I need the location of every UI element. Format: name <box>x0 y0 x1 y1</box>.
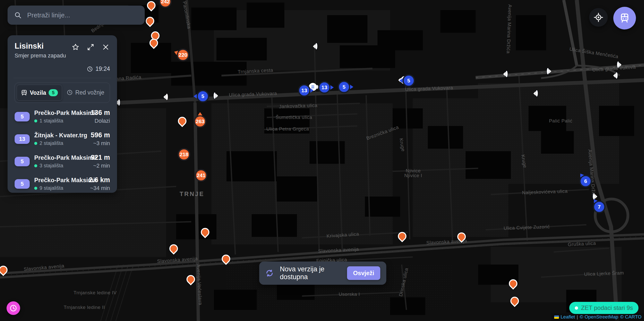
tram-marker-13[interactable]: 13 <box>318 81 331 94</box>
route-name: Prečko-Park Maksimir <box>34 177 84 184</box>
vehicle-row[interactable]: 13 Žitnjak - Kvater.trg 2 stajališta 596… <box>15 131 110 147</box>
street-label: TRNJE <box>180 190 205 198</box>
status-dot <box>34 187 37 190</box>
leaflet-link[interactable]: Leaflet <box>561 314 575 320</box>
stops-count: 9 stajališta <box>40 185 63 191</box>
app-root: { "search": { "placeholder": "Pretraži l… <box>0 0 644 321</box>
tab-red-voznje-label: Red vožnje <box>75 89 104 96</box>
distance: 596 m <box>91 131 110 139</box>
distance: 921 m <box>91 154 110 162</box>
eta: ~34 min <box>89 185 110 191</box>
vehicle-count-badge: 5 <box>49 89 58 96</box>
line-badge: 5 <box>15 112 30 121</box>
line-badge: 5 <box>15 157 30 166</box>
street-label: Trnjanske ledine IV <box>73 290 117 296</box>
bus-marker-218[interactable]: 218 <box>178 148 190 161</box>
tab-vozila-label: Vozila <box>30 89 46 96</box>
route-name: Prečko-Park Maksimir <box>34 109 86 116</box>
vehicle-row[interactable]: 5 Prečko-Park Maksimir 1 stajališta 136 … <box>15 109 110 124</box>
live-dot-icon <box>575 306 578 310</box>
tram-icon <box>619 13 630 24</box>
station-title: Lisinski <box>15 42 66 50</box>
tram-marker-5[interactable]: 5 <box>402 74 415 87</box>
history-clock-button[interactable] <box>7 301 20 315</box>
divider <box>14 78 111 78</box>
tram-stop-marker[interactable] <box>547 69 549 74</box>
refresh-button[interactable]: Osvježi <box>347 266 380 280</box>
locate-button[interactable] <box>589 8 608 27</box>
crosshair-icon <box>594 13 603 22</box>
data-age-badge: ZET podaci stari 9s <box>569 302 638 314</box>
osm-link[interactable]: © OpenStreetMap <box>580 314 618 320</box>
tram-stop-marker[interactable] <box>166 95 168 99</box>
tab-vozila[interactable]: Vozila 5 <box>17 85 62 101</box>
eta: ~3 min <box>91 140 110 147</box>
stops-count: 3 stajališta <box>40 163 63 169</box>
station-card: Lisinski Smjer prema zapadu 19:24 <box>8 35 117 193</box>
clock-fab-icon <box>9 304 17 312</box>
stops-count: 1 stajališta <box>40 118 63 124</box>
tram-marker-5[interactable]: 5 <box>338 81 350 93</box>
tram-marker-6[interactable]: 6 <box>579 175 592 187</box>
status-dot <box>34 142 37 145</box>
vehicle-row[interactable]: 5 Prečko-Park Maksimir 9 stajališta 2.6 … <box>15 176 110 191</box>
tram-stop-marker[interactable] <box>616 73 618 78</box>
bus-icon <box>21 89 27 96</box>
eta: Dolazi <box>91 118 110 124</box>
tram-stop-marker[interactable] <box>315 44 317 49</box>
street-label: Šumetlička ulica <box>276 115 312 120</box>
current-time: 19:24 <box>95 66 110 72</box>
bus-marker-220[interactable]: 220 <box>177 49 189 61</box>
search-input[interactable] <box>27 11 138 19</box>
tram-stop-marker[interactable] <box>118 100 120 105</box>
search-bar[interactable] <box>8 6 145 25</box>
attribution-separator: | <box>577 314 578 320</box>
tram-marker-5[interactable]: 5 <box>197 90 209 103</box>
distance: 136 m <box>91 109 110 117</box>
search-icon <box>14 11 22 19</box>
vehicle-list: 5 Prečko-Park Maksimir 1 stajališta 136 … <box>15 109 110 191</box>
refresh-icon <box>265 269 274 277</box>
line-badge: 13 <box>15 134 30 144</box>
route-name: Prečko-Park Maksimir <box>34 154 86 161</box>
bus-marker-263[interactable]: 263 <box>194 115 206 128</box>
station-direction: Smjer prema zapadu <box>15 52 66 59</box>
carto-link[interactable]: © CARTO <box>620 314 641 320</box>
distance: 2.6 km <box>89 176 110 184</box>
schedule-clock-icon <box>67 89 73 95</box>
stops-count: 2 stajališta <box>40 140 63 146</box>
update-notification: Nova verzija je dostupna Osvježi <box>259 262 386 285</box>
data-age-text: ZET podaci stari 9s <box>581 304 633 311</box>
card-tabs: Vozila 5 Red vožnje <box>15 83 110 103</box>
tram-stop-marker[interactable] <box>593 194 595 199</box>
line-badge: 5 <box>15 179 30 189</box>
map-attribution: Leaflet | © OpenStreetMap © CARTO <box>551 313 644 321</box>
notification-message: Nova verzija je dostupna <box>280 265 341 281</box>
tram-layer-button[interactable] <box>613 7 636 29</box>
vehicle-row[interactable]: 5 Prečko-Park Maksimir 3 stajališta 921 … <box>15 154 110 169</box>
tram-stop-marker[interactable] <box>506 72 508 76</box>
street-label: Njivice I <box>404 173 422 178</box>
tab-red-voznje[interactable]: Red vožnje <box>63 85 108 100</box>
tram-stop-marker[interactable] <box>617 62 619 67</box>
route-name: Žitnjak - Kvater.trg <box>34 132 86 139</box>
tram-marker-13[interactable]: 13 <box>298 84 311 97</box>
street-label: Ulica Petra Grgeca <box>266 126 309 132</box>
ukraine-flag-icon <box>554 315 559 319</box>
favorite-star-icon[interactable] <box>71 43 80 51</box>
bus-marker-241[interactable]: 241 <box>195 169 207 182</box>
close-icon[interactable] <box>101 43 110 51</box>
tram-marker-7[interactable]: 7 <box>593 201 605 213</box>
eta: ~2 min <box>91 163 110 169</box>
street-label: Trnjanske ledine II <box>64 305 105 310</box>
tram-stop-marker[interactable] <box>536 91 538 96</box>
clock-icon <box>87 66 93 72</box>
street-label: Palić Palić <box>549 118 572 124</box>
street-label: Usorska I <box>339 292 360 297</box>
status-dot <box>34 164 37 167</box>
status-dot <box>34 119 37 122</box>
tram-stop-marker[interactable] <box>214 93 216 98</box>
expand-icon[interactable] <box>86 43 95 51</box>
